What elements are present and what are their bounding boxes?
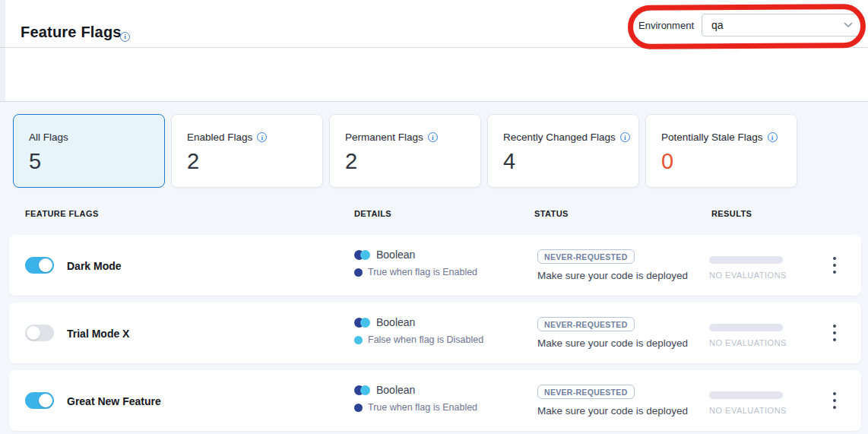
table-row: Great New FeatureBooleanTrue when flag i… xyxy=(9,370,861,431)
table-header: FEATURE FLAGS DETAILS STATUS RESULTS xyxy=(0,209,868,232)
flag-type: Boolean xyxy=(376,384,415,396)
environment-picker: Environment qa xyxy=(638,14,861,36)
status-message: Make sure your code is deployed xyxy=(537,405,688,417)
no-evaluations-label: NO EVALUATIONS xyxy=(709,338,793,347)
info-icon[interactable]: i xyxy=(620,132,630,142)
boolean-type-icon xyxy=(354,385,370,395)
flag-name-link[interactable]: Dark Mode xyxy=(67,260,122,272)
stat-card-label: Enabled Flagsi xyxy=(187,131,322,143)
column-header-feature-flags: FEATURE FLAGS xyxy=(25,209,99,218)
boolean-type-icon xyxy=(354,318,370,328)
flag-type: Boolean xyxy=(376,249,415,261)
flag-table-body: Dark ModeBooleanTrue when flag is Enable… xyxy=(9,235,861,434)
stat-cards: All Flags5Enabled Flagsi2Permanent Flags… xyxy=(13,114,797,188)
no-evaluations-label: NO EVALUATIONS xyxy=(709,271,793,280)
evaluations-bar xyxy=(709,256,783,264)
flag-toggle[interactable] xyxy=(25,392,54,409)
status-cell: NEVER-REQUESTEDMake sure your code is de… xyxy=(537,249,688,281)
environment-label: Environment xyxy=(638,20,694,31)
table-row: Dark ModeBooleanTrue when flag is Enable… xyxy=(9,235,861,296)
status-message: Make sure your code is deployed xyxy=(537,337,688,349)
no-evaluations-label: NO EVALUATIONS xyxy=(709,406,793,415)
table-row: Trial Mode XBooleanFalse when flag is Di… xyxy=(9,303,861,363)
value-rule: True when flag is Enabled xyxy=(368,402,477,413)
row-menu-button[interactable] xyxy=(828,323,841,343)
stat-card-label: Recently Changed Flagsi xyxy=(503,131,638,143)
column-header-details: DETAILS xyxy=(354,209,391,218)
stat-card-value: 4 xyxy=(503,149,638,174)
page-title: Feature Flags xyxy=(21,24,122,41)
value-dot-icon xyxy=(354,336,363,344)
value-rule: False when flag is Disabled xyxy=(368,334,483,345)
value-dot-icon xyxy=(354,268,363,277)
value-rule: True when flag is Enabled xyxy=(368,267,477,277)
status-message: Make sure your code is deployed xyxy=(537,270,688,281)
stat-card-all-flags[interactable]: All Flags5 xyxy=(13,114,165,188)
stat-card-value: 2 xyxy=(345,149,480,174)
value-dot-icon xyxy=(354,404,363,412)
stat-card-potentially-stale-flags[interactable]: Potentially Stale Flagsi0 xyxy=(645,114,797,188)
stat-card-label: Permanent Flagsi xyxy=(345,131,480,143)
stat-card-value: 5 xyxy=(29,149,164,174)
column-header-status: STATUS xyxy=(534,209,569,218)
stat-card-value: 2 xyxy=(187,149,322,174)
results-cell: NO EVALUATIONS xyxy=(709,324,793,347)
page-header: Feature Flags i Environment qa xyxy=(5,0,868,47)
info-icon[interactable]: i xyxy=(257,132,267,142)
status-cell: NEVER-REQUESTEDMake sure your code is de… xyxy=(537,385,688,417)
details-cell: BooleanTrue when flag is Enabled xyxy=(354,384,477,413)
flag-toggle[interactable] xyxy=(25,325,54,341)
flag-name-link[interactable]: Great New Feature xyxy=(67,395,161,407)
results-cell: NO EVALUATIONS xyxy=(709,256,793,280)
row-menu-button[interactable] xyxy=(828,391,841,410)
status-badge: NEVER-REQUESTED xyxy=(537,385,635,399)
stat-card-value: 0 xyxy=(661,149,797,174)
info-icon[interactable]: i xyxy=(428,132,438,142)
results-cell: NO EVALUATIONS xyxy=(709,391,793,415)
toggle-knob xyxy=(27,326,40,340)
column-header-results: RESULTS xyxy=(711,209,752,218)
status-badge: NEVER-REQUESTED xyxy=(537,249,635,264)
chevron-down-icon xyxy=(844,22,853,28)
evaluations-bar xyxy=(709,391,783,399)
stat-card-enabled-flags[interactable]: Enabled Flagsi2 xyxy=(171,114,323,188)
info-icon[interactable]: i xyxy=(768,132,778,142)
row-menu-button[interactable] xyxy=(828,255,841,275)
environment-select[interactable]: qa xyxy=(702,14,861,36)
status-badge: NEVER-REQUESTED xyxy=(537,317,635,331)
stat-card-permanent-flags[interactable]: Permanent Flagsi2 xyxy=(329,114,481,188)
toggle-knob xyxy=(39,258,52,272)
status-cell: NEVER-REQUESTEDMake sure your code is de… xyxy=(537,317,688,349)
toggle-knob xyxy=(39,394,52,407)
details-cell: BooleanTrue when flag is Enabled xyxy=(354,249,477,277)
title-info-icon[interactable]: i xyxy=(120,28,130,42)
stat-card-recently-changed-flags[interactable]: Recently Changed Flagsi4 xyxy=(487,114,639,188)
stat-card-label: Potentially Stale Flagsi xyxy=(661,131,797,143)
flag-name-link[interactable]: Trial Mode X xyxy=(67,328,129,340)
flag-toggle[interactable] xyxy=(25,257,54,274)
boolean-type-icon xyxy=(354,250,370,260)
evaluations-bar xyxy=(709,324,783,331)
stat-card-label: All Flags xyxy=(29,131,164,143)
details-cell: BooleanFalse when flag is Disabled xyxy=(354,316,483,345)
toolbar: + New Feature Flag Set Up Git Sync xyxy=(5,48,868,101)
environment-value: qa xyxy=(711,19,724,31)
flag-type: Boolean xyxy=(376,316,415,328)
